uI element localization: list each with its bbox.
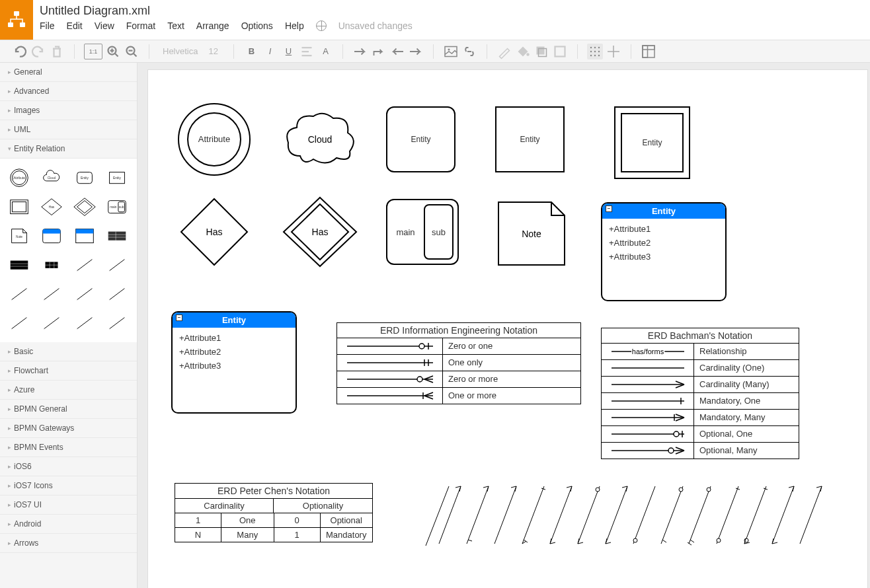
palette-line-8[interactable] [38,311,65,336]
insert-image-button[interactable] [443,44,459,59]
menu-format[interactable]: Format [126,20,155,31]
font-color-button[interactable]: A [317,44,333,59]
redo-button[interactable] [30,44,46,59]
zoom-out-button[interactable] [124,44,139,59]
menu-options[interactable]: Options [241,20,273,31]
palette-line-4[interactable] [38,281,65,307]
shape-cloud[interactable]: Cloud [280,106,360,174]
sidebar-section-advanced[interactable]: Advanced [0,82,137,101]
line-end-button[interactable] [408,44,424,59]
sidebar-section-uml[interactable]: UML [0,120,137,139]
palette-line-6[interactable] [103,281,131,307]
shape-attribute[interactable]: Attribute [178,103,251,176]
palette-table-dark[interactable] [103,223,131,248]
waypoint-button[interactable] [371,44,387,59]
shape-note[interactable]: Note [495,199,568,270]
palette-line-1[interactable] [71,252,99,277]
shape-erd-bachman-notation[interactable]: ERD Bachman's Notation has/forms Relatio… [601,328,799,459]
menu-edit[interactable]: Edit [67,20,83,31]
collapse-icon[interactable]: − [176,314,182,321]
stroke-color-button[interactable] [496,44,512,59]
palette-has-double-diamond[interactable] [71,194,99,219]
guides-button[interactable] [606,44,621,59]
underline-button[interactable]: U [280,44,296,59]
erd-bachman-row2: Cardinality (Many) [694,377,799,392]
sidebar-section-bpmn-general[interactable]: BPMN General [0,400,137,419]
shape-erd-ie-notation[interactable]: ERD Information Engineering Notation Zer… [336,322,581,404]
bold-button[interactable]: B [243,44,259,59]
zoom-in-button[interactable] [105,44,121,59]
menu-file[interactable]: File [40,20,55,31]
shape-connector-lines[interactable] [422,483,852,558]
palette-entity-double[interactable] [5,194,33,219]
palette-entity-rounded[interactable]: Entity [71,165,99,190]
shape-entity-table-2[interactable]: −Entity +Attribute1 +Attribute2 +Attribu… [171,311,297,414]
sidebar-section-ios7-ui[interactable]: iOS7 UI [0,496,137,515]
palette-entity-rect[interactable]: Entity [103,165,131,190]
document-title[interactable]: Untitled Diagram.xml [40,4,863,18]
menu-text[interactable]: Text [167,20,184,31]
shape-entity-rounded[interactable]: Entity [386,106,455,172]
palette-entity-table-blue2[interactable] [71,223,99,248]
app-logo[interactable] [0,0,33,40]
fill-color-button[interactable] [515,44,531,59]
align-button[interactable] [299,44,315,59]
palette-cloud[interactable]: Cloud [38,165,65,190]
zoom-actual-button[interactable]: 1:1 [84,44,102,59]
delete-button[interactable] [49,44,65,59]
undo-button[interactable] [12,44,28,59]
grid-dots-button[interactable] [587,44,603,59]
font-family-select[interactable]: Helvetica [159,46,202,56]
collapse-icon[interactable]: − [606,205,612,212]
sidebar-section-arrows[interactable]: Arrows [0,534,137,553]
menu-help[interactable]: Help [285,20,304,31]
sidebar-section-bpmn-events[interactable]: BPMN Events [0,438,137,457]
palette-table-small[interactable] [38,252,65,277]
sidebar-section-basic[interactable]: Basic [0,342,137,361]
sidebar-section-images[interactable]: Images [0,101,137,120]
menu-arrange[interactable]: Arrange [196,20,229,31]
palette-line-7[interactable] [5,311,33,336]
palette-line-5[interactable] [71,281,99,307]
svg-text:Has: Has [206,227,223,237]
shape-main-sub[interactable]: main sub [386,199,459,265]
palette-note[interactable]: Note [5,223,33,248]
sidebar-section-azure[interactable]: Azure [0,381,137,400]
shape-entity-double[interactable]: Entity [614,106,690,179]
sidebar-section-ios7-icons[interactable]: iOS7 Icons [0,476,137,496]
sidebar-section-bpmn-gateways[interactable]: BPMN Gateways [0,419,137,438]
box-button[interactable] [552,44,568,59]
shape-entity-table-1[interactable]: −Entity +Attribute1 +Attribute2 +Attribu… [601,202,727,301]
palette-has-diamond[interactable]: Has [38,194,65,219]
line-start-button[interactable] [389,44,405,59]
palette-line-9[interactable] [71,311,99,336]
sidebar-section-general[interactable]: General [0,63,137,82]
language-icon[interactable] [316,20,327,31]
shape-entity-rect[interactable]: Entity [495,106,565,172]
outline-button[interactable] [641,44,656,59]
shape-erd-chen-notation[interactable]: ERD Peter Chen's Notation Cardinality Op… [175,483,373,542]
palette-main-sub[interactable]: mainsub [103,194,131,219]
palette-table-black[interactable] [5,252,33,277]
sidebar-section-ios6[interactable]: iOS6 [0,457,137,476]
palette-attribute[interactable]: Attribute [5,165,33,190]
sidebar-section-entity-relation[interactable]: Entity Relation [0,139,137,159]
connection-button[interactable] [352,44,368,59]
palette-entity-table-blue[interactable] [38,223,65,248]
shadow-button[interactable] [534,44,549,59]
menu-view[interactable]: View [95,20,114,31]
sidebar-section-android[interactable]: Android [0,515,137,534]
svg-point-7 [527,53,530,56]
shape-has-diamond[interactable]: Has [175,192,254,274]
font-size-input[interactable]: 12 [204,46,224,56]
palette-line-10[interactable] [103,311,131,336]
palette-line-3[interactable] [5,281,33,307]
palette-line-2[interactable] [103,252,131,277]
entity-table-2-attr2: +Attribute2 [179,346,289,359]
diagram-canvas[interactable]: Attribute Cloud Entity Entity Entity H [147,69,868,588]
italic-button[interactable]: I [262,44,278,59]
shape-has-double-diamond[interactable]: Has [277,192,363,274]
sidebar-section-flowchart[interactable]: Flowchart [0,361,137,381]
insert-link-button[interactable] [461,44,477,59]
canvas-area[interactable]: Attribute Cloud Entity Entity Entity H [138,63,870,588]
